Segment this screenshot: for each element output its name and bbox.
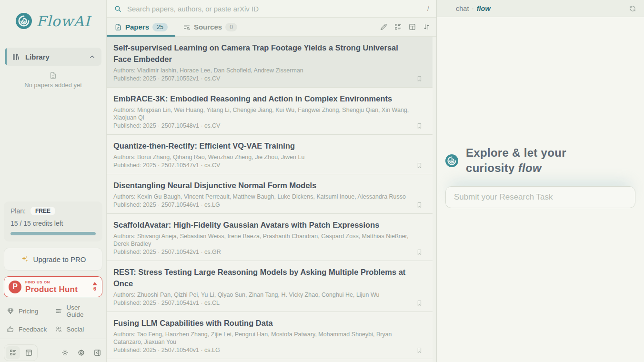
chevron-up-icon[interactable] <box>89 53 96 60</box>
upvote-count: 6 <box>93 286 96 292</box>
plan-label: Plan: <box>10 207 26 215</box>
sidebar-item-library[interactable]: Library <box>5 48 101 66</box>
list-search-icon <box>183 23 191 31</box>
paper-title: Disentangling Neural Disjunctive Normal … <box>113 180 412 191</box>
social-link[interactable]: Social <box>55 325 101 333</box>
paper-list-item[interactable]: ScaffoldAvatar: High-Fidelity Gaussian A… <box>107 214 433 261</box>
paper-published: Published: 2025 · 2507.10541v1 · cs.CL <box>113 299 412 307</box>
paper-browser: / Papers 25 Sources 0 <box>107 0 436 362</box>
theme-toggle-button[interactable] <box>61 349 69 357</box>
chat-hero-heading: Explore & let your curiosity flow <box>466 145 566 176</box>
upvote-triangle-icon <box>92 282 97 285</box>
bookmark-icon[interactable] <box>416 75 423 82</box>
paper-list-item[interactable]: Quantize-then-Rectify: Efficient VQ-VAE … <box>107 135 433 174</box>
table-layout-icon[interactable] <box>408 23 416 31</box>
app-logo: FlowAI <box>0 10 106 31</box>
view-toggle-group <box>4 344 38 361</box>
tab-bar: Papers 25 Sources 0 <box>107 18 436 37</box>
bookmark-icon[interactable] <box>416 201 423 209</box>
collapse-sidebar-icon[interactable] <box>93 349 101 357</box>
thumb-up-icon <box>7 325 14 333</box>
user-guide-link[interactable]: User Guide <box>55 304 101 318</box>
paper-title: Self-supervised Learning on Camera Trap … <box>113 42 412 65</box>
settings-gear-icon[interactable] <box>77 349 85 357</box>
tab-papers[interactable]: Papers 25 <box>107 18 175 36</box>
bookmark-icon[interactable] <box>416 162 423 169</box>
paper-list-item[interactable]: Self-supervised Learning on Camera Trap … <box>107 37 433 88</box>
search-icon <box>114 5 122 13</box>
paper-published: Published: 2025 · 2507.10552v1 · cs.CV <box>113 75 412 82</box>
paper-title: Quantize-then-Rectify: Efficient VQ-VAE … <box>113 140 412 151</box>
users-icon <box>55 325 62 333</box>
bookmark-icon[interactable] <box>416 347 423 354</box>
product-hunt-badge[interactable]: P FIND US ON Product Hunt 6 <box>4 276 102 297</box>
paper-list-item[interactable]: Graph World Model Authors: Tao Feng, Yex… <box>107 359 433 362</box>
feedback-link[interactable]: Feedback <box>7 325 53 333</box>
paper-list-item[interactable]: REST: Stress Testing Large Reasoning Mod… <box>107 261 433 312</box>
chat-header-name: flow <box>477 5 491 12</box>
paper-list-item[interactable]: EmbRACE-3K: Embodied Reasoning and Actio… <box>107 88 433 135</box>
chat-panel-header: chat · flow <box>437 0 644 17</box>
sidebar-links: Pricing User Guide Feedback <box>7 304 101 333</box>
chat-header-separator: · <box>472 5 473 12</box>
product-hunt-logo-icon: P <box>9 281 21 293</box>
sparkles-icon <box>20 255 29 263</box>
file-check-icon <box>114 23 122 31</box>
credits-progress-track <box>10 232 96 235</box>
paper-authors: Authors: Shivangi Aneja, Sebastian Weiss… <box>113 232 412 248</box>
product-hunt-name: Product Hunt <box>25 285 89 293</box>
search-shortcut-hint: / <box>427 5 429 12</box>
tab-papers-label: Papers <box>125 23 149 31</box>
flowai-swirl-icon <box>16 13 32 29</box>
paper-list: Self-supervised Learning on Camera Trap … <box>107 37 436 362</box>
tab-sources[interactable]: Sources 0 <box>175 18 245 36</box>
paper-title: EmbRACE-3K: Embodied Reasoning and Actio… <box>113 93 412 104</box>
file-icon <box>0 71 106 80</box>
paper-published: Published: 2025 · 2507.10542v1 · cs.GR <box>113 248 412 256</box>
product-hunt-tagline: FIND US ON <box>25 281 89 284</box>
upgrade-to-pro-button[interactable]: Upgrade to PRO <box>4 248 102 271</box>
bookmark-icon[interactable] <box>416 300 423 307</box>
library-empty-state: No papers added yet <box>0 71 106 89</box>
board-view-button[interactable] <box>21 346 36 359</box>
tab-papers-count: 25 <box>152 23 168 31</box>
list-view-button[interactable] <box>6 346 20 359</box>
list-layout-icon[interactable] <box>394 23 402 31</box>
paper-authors: Authors: Mingxian Lin, Wei Huang, Yitang… <box>113 106 412 121</box>
library-label: Library <box>25 53 84 61</box>
sort-arrows-icon[interactable] <box>423 23 431 31</box>
flow-emphasis: flow <box>518 161 542 174</box>
sidebar-bottom-toolbar <box>0 339 106 362</box>
paper-title: ScaffoldAvatar: High-Fidelity Gaussian A… <box>113 219 412 231</box>
flowai-swirl-icon-small <box>445 154 458 167</box>
tab-sources-label: Sources <box>194 23 222 31</box>
refresh-icon[interactable] <box>629 5 636 12</box>
pricing-link[interactable]: Pricing <box>7 304 53 318</box>
bookmark-icon[interactable] <box>416 249 423 256</box>
search-input[interactable] <box>127 5 422 13</box>
sidebar: FlowAI Library No papers added yet <box>0 0 107 362</box>
bookmark-icon[interactable] <box>416 122 423 130</box>
paper-published: Published: 2025 · 2507.10540v1 · cs.LG <box>113 346 412 354</box>
paper-published: Published: 2025 · 2507.10548v1 · cs.CV <box>113 122 412 130</box>
chat-panel: chat · flow Explore & let your curiosity… <box>436 0 644 362</box>
paper-published: Published: 2025 · 2507.10547v1 · cs.CV <box>113 161 412 169</box>
app-name: FlowAI <box>36 13 91 30</box>
paper-list-item[interactable]: Disentangling Neural Disjunctive Normal … <box>107 174 433 214</box>
feedback-label: Feedback <box>19 326 47 333</box>
paper-title: Fusing LLM Capabilities with Routing Dat… <box>113 317 412 329</box>
paper-authors: Authors: Borui Zhang, Qihang Rao, Wenzha… <box>113 153 412 161</box>
credits-progress-fill <box>10 232 96 235</box>
product-hunt-upvote[interactable]: 6 <box>92 282 97 292</box>
upgrade-label: Upgrade to PRO <box>33 255 86 263</box>
edit-pencil-icon[interactable] <box>380 23 388 31</box>
search-bar: / <box>107 0 436 18</box>
pricing-label: Pricing <box>19 308 38 315</box>
library-accent-bar <box>5 48 7 66</box>
paper-authors: Authors: Tao Feng, Haozhen Zhang, Zijie … <box>113 331 412 346</box>
research-task-input[interactable] <box>445 186 635 208</box>
plan-card: Plan: FREE 15 / 15 credits left <box>4 201 102 241</box>
gem-icon <box>7 307 14 315</box>
paper-list-item[interactable]: Fusing LLM Capabilities with Routing Dat… <box>107 312 433 359</box>
chat-header-prefix: chat <box>456 5 469 12</box>
